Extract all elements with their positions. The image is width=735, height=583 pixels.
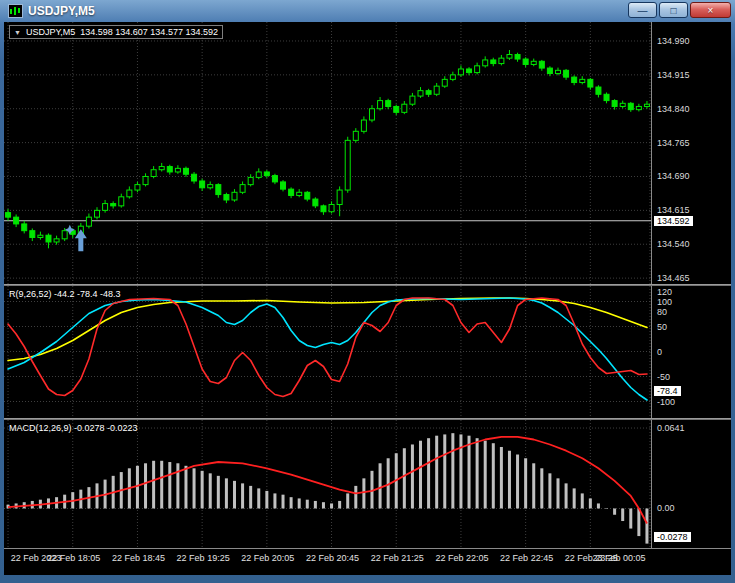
scale-label: 134.615	[657, 205, 690, 215]
chart-icon	[8, 4, 23, 18]
quote-symbol: USDJPY,M5	[26, 27, 75, 37]
wpr-plot[interactable]	[4, 286, 651, 418]
time-scale[interactable]: 22 Feb 202322 Feb 18:0522 Feb 18:4522 Fe…	[4, 548, 731, 575]
macd-panel[interactable]: MACD(12,26,9) -0.0278 -0.0223	[4, 420, 651, 548]
scale-label: 134.690	[657, 171, 690, 181]
wpr-scale[interactable]: 12010080500-50-100-78.4	[651, 286, 731, 418]
chart-client-area: ▼ USDJPY,M5 134.598 134.607 134.577 134.…	[4, 22, 731, 575]
time-label: 23 Feb 00:05	[587, 553, 651, 563]
time-label: 22 Feb 20:45	[301, 553, 365, 563]
chart-window: USDJPY,M5 — □ × ▼ USDJPY,M5 134.598 134.…	[0, 0, 735, 583]
candlestick-plot[interactable]	[4, 22, 651, 284]
scale-label: 100	[657, 297, 672, 307]
close-button[interactable]: ×	[690, 2, 731, 18]
quote-ohlc: 134.598 134.607 134.577 134.592	[80, 27, 218, 37]
wpr-panel[interactable]: R(9,26,52) -44.2 -78.4 -48.3	[4, 286, 651, 418]
scale-label: 134.990	[657, 36, 690, 46]
scale-label: 0.00	[657, 503, 675, 513]
main-chart-panel[interactable]: ▼ USDJPY,M5 134.598 134.607 134.577 134.…	[4, 22, 651, 284]
scale-label: -100	[657, 397, 675, 407]
time-label: 22 Feb 20:05	[236, 553, 300, 563]
scale-label: 120	[657, 287, 672, 297]
scale-label: 80	[657, 307, 667, 317]
maximize-button[interactable]: □	[659, 2, 688, 18]
time-label: 22 Feb 21:25	[365, 553, 429, 563]
window-title: USDJPY,M5	[28, 4, 95, 18]
scale-label: 134.840	[657, 104, 690, 114]
scale-label: 134.765	[657, 138, 690, 148]
wpr-label: R(9,26,52) -44.2 -78.4 -48.3	[9, 289, 121, 299]
scale-label: 0	[657, 347, 662, 357]
window-controls: — □ ×	[628, 0, 731, 22]
macd-current-box: -0.0278	[654, 532, 691, 542]
scale-label: 0.0641	[657, 423, 685, 433]
minimize-button[interactable]: —	[628, 2, 657, 18]
macd-scale[interactable]: 0.06410.00-0.0278	[651, 420, 731, 548]
titlebar[interactable]: USDJPY,M5 — □ ×	[4, 0, 731, 22]
scale-label: 50	[657, 322, 667, 332]
scale-label: 134.915	[657, 70, 690, 80]
buy-arrow-annotation[interactable]	[75, 229, 87, 251]
scale-label: 134.540	[657, 239, 690, 249]
time-label: 22 Feb 19:25	[171, 553, 235, 563]
current-price-box: 134.592	[654, 216, 693, 226]
time-label: 22 Feb 18:05	[42, 553, 106, 563]
scale-label: 134.465	[657, 273, 690, 283]
symbol-dropdown-icon[interactable]: ▼	[14, 29, 21, 36]
macd-label: MACD(12,26,9) -0.0278 -0.0223	[9, 423, 138, 433]
time-label: 22 Feb 18:45	[106, 553, 170, 563]
macd-plot[interactable]	[4, 420, 651, 548]
wpr-fast-line	[8, 298, 647, 397]
price-scale[interactable]: 134.990134.915134.840134.765134.690134.6…	[651, 22, 731, 284]
quote-line: ▼ USDJPY,M5 134.598 134.607 134.577 134.…	[9, 25, 223, 39]
time-label: 22 Feb 22:05	[430, 553, 494, 563]
time-label: 22 Feb 22:45	[495, 553, 559, 563]
scale-label: -50	[657, 372, 670, 382]
wpr-current-box: -78.4	[654, 386, 681, 396]
